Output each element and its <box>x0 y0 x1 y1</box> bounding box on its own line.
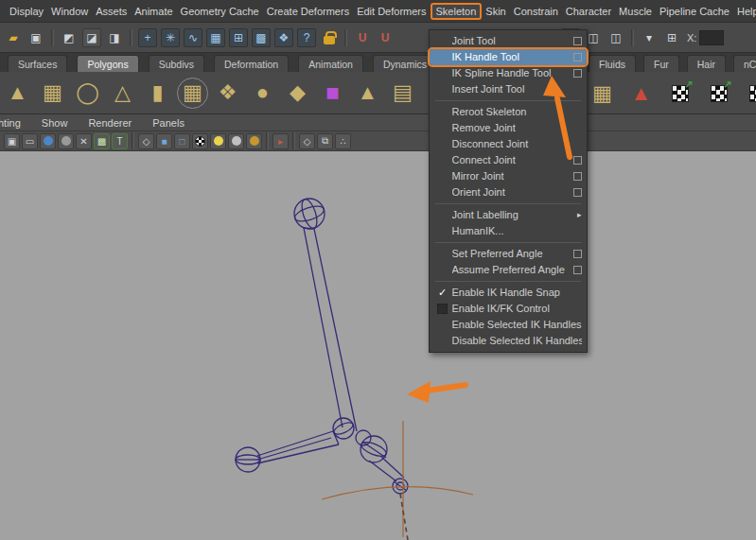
gate-mask-icon[interactable] <box>58 133 74 149</box>
textured-cube-icon[interactable] <box>317 78 348 109</box>
shelf-tab-hair[interactable]: Hair <box>687 55 726 72</box>
xray-joints-icon[interactable] <box>317 133 333 149</box>
menu-geometry-cache[interactable]: Geometry Cache <box>177 3 263 20</box>
poly-sphere-cube-icon[interactable] <box>282 78 313 109</box>
toolbar-separator[interactable] <box>292 132 295 149</box>
select-dynamics-mask-icon[interactable] <box>252 28 271 47</box>
menu-item-assume-preferred-angle[interactable]: Assume Preferred Angle <box>430 262 587 278</box>
isolate-select-icon[interactable] <box>273 133 289 149</box>
menu-muscle[interactable]: Muscle <box>615 3 656 20</box>
menu-collapse-chevron-icon[interactable] <box>640 28 659 47</box>
film-gate-icon[interactable] <box>22 133 38 149</box>
toolbar-separator[interactable] <box>132 132 134 149</box>
menu-window[interactable]: Window <box>47 3 92 20</box>
safe-action-icon[interactable] <box>94 133 110 149</box>
use-default-material-icon[interactable] <box>192 133 208 149</box>
menu-item-ik-handle-tool[interactable]: IK Handle Tool <box>430 49 587 65</box>
menu-animate[interactable]: Animate <box>131 3 176 20</box>
poly-sphere-icon[interactable] <box>247 78 278 109</box>
panel-menu-renderer[interactable]: Renderer <box>88 117 132 129</box>
select-misc-mask-icon[interactable] <box>297 28 316 47</box>
toolbar-separator[interactable] <box>266 132 269 149</box>
poly-cone-icon[interactable] <box>2 78 33 109</box>
lock-selection-icon[interactable] <box>320 28 339 47</box>
select-hierarchy-icon[interactable] <box>60 28 79 47</box>
menu-item-orient-joint[interactable]: Orient Joint <box>430 184 587 200</box>
option-box-icon[interactable] <box>573 37 582 45</box>
poly-plane-cursor-icon[interactable] <box>387 78 418 109</box>
save-icon[interactable] <box>26 28 45 47</box>
toolbar-separator[interactable] <box>344 29 347 46</box>
poly-mesh-pyramid-icon[interactable] <box>352 78 383 109</box>
menu-help[interactable]: Help <box>733 3 756 20</box>
poly-cylinder-icon[interactable] <box>142 78 173 109</box>
menu-item-joint-tool[interactable]: Joint Tool <box>430 33 587 49</box>
menu-item-enable-ik-fk-control[interactable]: Enable IK/FK Control <box>430 301 587 317</box>
safe-title-icon[interactable] <box>112 133 128 149</box>
poly-torus-icon[interactable] <box>72 78 103 109</box>
select-component-icon[interactable] <box>105 28 124 47</box>
shelf-tab-surfaces[interactable]: Surfaces <box>8 55 67 72</box>
option-box-icon[interactable] <box>573 156 582 165</box>
menu-item-reroot-skeleton[interactable]: Reroot Skeleton <box>430 104 587 120</box>
option-box-icon[interactable] <box>573 172 582 181</box>
menu-item-disable-selected-ik-handles[interactable]: Disable Selected IK Handles <box>430 333 587 349</box>
menu-assets[interactable]: Assets <box>92 3 131 20</box>
menu-item-joint-labelling[interactable]: Joint Labelling ▸ <box>430 207 587 223</box>
menu-item-insert-joint-tool[interactable]: Insert Joint Tool <box>430 81 587 97</box>
poly-plane-selected-icon[interactable] <box>177 78 208 109</box>
panel-menu-lighting-cut[interactable]: hting <box>0 117 21 129</box>
wireframe-icon[interactable] <box>138 133 154 149</box>
toolbar-separator[interactable] <box>631 29 634 46</box>
all-lights-icon[interactable] <box>246 133 262 149</box>
field-chart-icon[interactable] <box>76 133 92 149</box>
x-coordinate-input[interactable] <box>699 30 724 45</box>
option-box-icon[interactable] <box>573 53 582 61</box>
resolution-gate-icon[interactable] <box>40 133 56 149</box>
poly-pyramid-icon[interactable] <box>107 78 138 109</box>
select-surfaces-mask-icon[interactable] <box>206 28 225 47</box>
smooth-shade-icon[interactable] <box>156 133 172 149</box>
checker-flag-3-icon[interactable] <box>742 78 756 109</box>
menu-create-deformers[interactable]: Create Deformers <box>263 3 353 20</box>
option-box-icon[interactable] <box>573 266 582 274</box>
shelf-tab-deformation[interactable]: Deformation <box>214 55 289 72</box>
select-rendering-mask-icon[interactable] <box>274 28 293 47</box>
flat-light-icon[interactable] <box>228 133 244 149</box>
shelf-tab-ncloth[interactable]: nCloth <box>733 55 756 72</box>
select-joints-mask-icon[interactable] <box>161 28 180 47</box>
menu-display[interactable]: Display <box>6 3 47 20</box>
locator-pin-icon[interactable] <box>625 78 657 109</box>
poly-reduce-icon[interactable] <box>212 78 243 109</box>
menu-constrain[interactable]: Constrain <box>510 3 562 20</box>
xray-icon[interactable] <box>299 133 315 149</box>
menu-item-enable-selected-ik-handles[interactable]: Enable Selected IK Handles <box>430 317 587 333</box>
shelf-tab-fur[interactable]: Fur <box>643 55 679 72</box>
menu-pipeline-cache[interactable]: Pipeline Cache <box>656 3 733 20</box>
panel-menu-panels[interactable]: Panels <box>152 117 185 129</box>
menu-edit-deformers[interactable]: Edit Deformers <box>353 3 430 20</box>
snap-to-curve-magnet-icon[interactable] <box>376 28 395 47</box>
unchecked-checkbox-icon[interactable] <box>437 304 448 314</box>
shelf-tab-animation[interactable]: Animation <box>298 55 363 72</box>
toolbar-separator[interactable] <box>130 29 132 46</box>
menu-item-remove-joint[interactable]: Remove Joint <box>430 120 587 136</box>
menu-item-disconnect-joint[interactable]: Disconnect Joint <box>430 136 587 152</box>
menu-item-enable-ik-handle-snap[interactable]: ✓ Enable IK Handle Snap <box>430 285 587 301</box>
shelf-tab-polygons[interactable]: Polygons <box>77 55 138 72</box>
select-object-icon[interactable] <box>82 28 101 47</box>
exposure-icon[interactable] <box>335 133 351 149</box>
select-camera-icon[interactable] <box>4 133 20 149</box>
layout-shortcut-icon[interactable] <box>662 28 681 47</box>
option-box-icon[interactable] <box>573 69 582 78</box>
toolbar-separator[interactable] <box>51 29 54 46</box>
menu-item-humanik[interactable]: HumanIK... <box>430 223 587 239</box>
textured-icon[interactable] <box>174 133 190 149</box>
panel-menu-show[interactable]: Show <box>42 117 68 129</box>
menu-item-set-preferred-angle[interactable]: Set Preferred Angle <box>430 246 587 262</box>
key-light-icon[interactable] <box>210 133 226 149</box>
shelf-tab-fluids[interactable]: Fluids <box>589 55 636 72</box>
checker-flag-2-icon[interactable] <box>703 78 734 109</box>
menu-skin[interactable]: Skin <box>482 3 509 20</box>
menu-skeleton[interactable]: Skeleton Joint Tool IK Handle Tool IK Sp… <box>431 3 483 20</box>
